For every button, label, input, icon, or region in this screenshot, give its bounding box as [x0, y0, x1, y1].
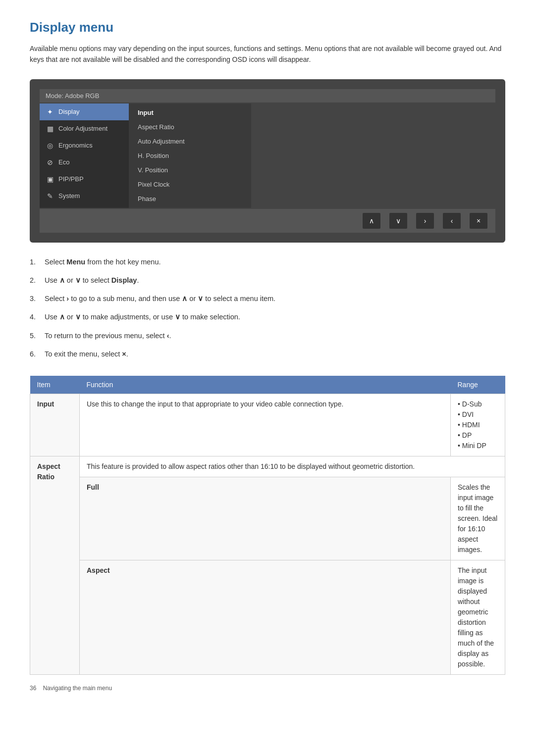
osd-nav-button[interactable]: ∧ [363, 213, 380, 229]
symbol-down: ∨ [198, 295, 203, 302]
osd-sidebar-label: Ergonomics [58, 142, 93, 149]
osd-submenu-item[interactable]: Pixel Clock [129, 177, 251, 192]
osd-sidebar-label: System [58, 192, 80, 200]
color-icon: ▦ [46, 124, 54, 133]
osd-nav-bar: ∧∨›‹× [40, 209, 495, 233]
table-row: Aspect RatioThis feature is provided to … [30, 456, 505, 477]
symbol-down: ∨ [75, 276, 81, 284]
range-item: HDMI [458, 420, 498, 430]
table-subrow: FullScales the input image to fill the s… [30, 477, 505, 560]
table-cell-item: Input [30, 394, 80, 456]
osd-sidebar-item-system[interactable]: ✎System [40, 188, 129, 204]
table-row: InputUse this to change the input to tha… [30, 394, 505, 456]
table-cell-sublabel: Aspect [80, 560, 451, 674]
instructions-list: 1.Select Menu from the hot key menu.2.Us… [30, 256, 505, 360]
page-label: Navigating the main menu [43, 685, 112, 692]
osd-submenu-item[interactable]: Input [129, 105, 251, 120]
bold-text: Menu [66, 258, 85, 266]
instruction-number: 4. [30, 311, 42, 323]
instruction-number: 3. [30, 293, 42, 304]
table-cell-range: D-SubDVIHDMIDPMini DP [451, 394, 505, 456]
osd-submenu-item[interactable]: Phase [129, 192, 251, 206]
osd-submenu: InputAspect RatioAuto AdjustmentH. Posit… [129, 103, 251, 208]
instruction-number: 5. [30, 330, 42, 342]
osd-sidebar: ✦Display▦Color Adjustment◎Ergonomics⊘Eco… [40, 103, 129, 208]
symbol-up: ∧ [59, 276, 65, 284]
osd-sidebar-label: Color Adjustment [58, 125, 107, 132]
instruction-content: Use ∧ or ∨ to make adjustments, or use ∨… [45, 311, 240, 323]
table-cell-sublabel: Full [80, 477, 451, 560]
table-cell-subdesc: The input image is displayed without geo… [451, 560, 505, 674]
page-title: Display menu [30, 20, 505, 35]
instruction-item-4: 4.Use ∧ or ∨ to make adjustments, or use… [30, 311, 505, 323]
symbol-x: × [122, 350, 126, 358]
instruction-item-5: 5.To return to the previous menu, select… [30, 330, 505, 342]
instruction-content: Select Menu from the hot key menu. [45, 256, 161, 268]
instruction-content: To return to the previous menu, select ‹… [45, 330, 171, 342]
osd-sidebar-label: Eco [58, 158, 69, 166]
footer: 36 Navigating the main menu [30, 685, 505, 692]
symbol-down: ∨ [75, 313, 81, 321]
table-subrow: AspectThe input image is displayed witho… [30, 560, 505, 674]
symbol-up: ∧ [59, 313, 65, 321]
intro-text: Available menu options may vary dependin… [30, 43, 505, 65]
osd-sidebar-item-ergonomics[interactable]: ◎Ergonomics [40, 137, 129, 154]
system-icon: ✎ [46, 192, 54, 201]
page-number: 36 [30, 685, 36, 692]
osd-nav-button[interactable]: › [416, 213, 434, 229]
symbol-right: › [66, 295, 69, 302]
table-header: Function [80, 376, 451, 394]
instruction-content: To exit the menu, select ×. [45, 349, 128, 360]
range-item: D-Sub [458, 399, 498, 409]
osd-nav-button[interactable]: × [470, 213, 487, 229]
osd-submenu-item[interactable]: H. Position [129, 149, 251, 163]
pip-icon: ▣ [46, 175, 54, 184]
table-cell-function: Use this to change the input to that app… [80, 394, 451, 456]
osd-sidebar-item-display[interactable]: ✦Display [40, 103, 129, 120]
display-icon: ✦ [46, 107, 54, 116]
osd-nav-button[interactable]: ‹ [443, 213, 461, 229]
table-cell-item: Aspect Ratio [30, 456, 80, 674]
bold-display: Display [111, 276, 137, 284]
instruction-item-1: 1.Select Menu from the hot key menu. [30, 256, 505, 268]
table-header: Item [30, 376, 80, 394]
osd-menu: ✦Display▦Color Adjustment◎Ergonomics⊘Eco… [40, 103, 495, 208]
range-item: Mini DP [458, 441, 498, 451]
instruction-item-6: 6.To exit the menu, select ×. [30, 349, 505, 360]
symbol-check: ∨ [175, 313, 180, 321]
instruction-item-2: 2.Use ∧ or ∨ to select Display. [30, 275, 505, 286]
feature-table: ItemFunctionRange InputUse this to chang… [30, 376, 505, 675]
symbol-left: ‹ [167, 332, 169, 340]
instruction-number: 6. [30, 349, 42, 360]
instruction-number: 1. [30, 256, 42, 268]
osd-panel4 [373, 103, 495, 208]
instruction-number: 2. [30, 275, 42, 286]
osd-sidebar-item-color[interactable]: ▦Color Adjustment [40, 120, 129, 137]
ergonomics-icon: ◎ [46, 141, 54, 150]
osd-panel3 [251, 103, 374, 208]
osd-sidebar-label: PIP/PBP [58, 175, 84, 183]
eco-icon: ⊘ [46, 158, 54, 167]
symbol-up: ∧ [182, 295, 187, 302]
table-header: Range [451, 376, 505, 394]
osd-submenu-item[interactable]: Auto Adjustment [129, 134, 251, 149]
osd-mockup: Mode: Adobe RGB ✦Display▦Color Adjustmen… [30, 79, 505, 243]
osd-sidebar-label: Display [58, 108, 80, 115]
osd-submenu-item[interactable]: V. Position [129, 163, 251, 177]
instructions-section: 1.Select Menu from the hot key menu.2.Us… [30, 256, 505, 360]
range-item: DP [458, 430, 498, 441]
table-cell-function: This feature is provided to allow aspect… [80, 456, 505, 477]
osd-nav-button[interactable]: ∨ [389, 213, 407, 229]
table-cell-subdesc: Scales the input image to fill the scree… [451, 477, 505, 560]
instruction-content: Use ∧ or ∨ to select Display. [45, 275, 139, 286]
instruction-content: Select › to go to a sub menu, and then u… [45, 293, 275, 304]
osd-submenu-item[interactable]: Aspect Ratio [129, 120, 251, 134]
instruction-item-3: 3.Select › to go to a sub menu, and then… [30, 293, 505, 304]
osd-sidebar-item-pip[interactable]: ▣PIP/PBP [40, 171, 129, 188]
range-item: DVI [458, 409, 498, 420]
osd-sidebar-item-eco[interactable]: ⊘Eco [40, 154, 129, 171]
osd-mode-bar: Mode: Adobe RGB [40, 89, 495, 102]
